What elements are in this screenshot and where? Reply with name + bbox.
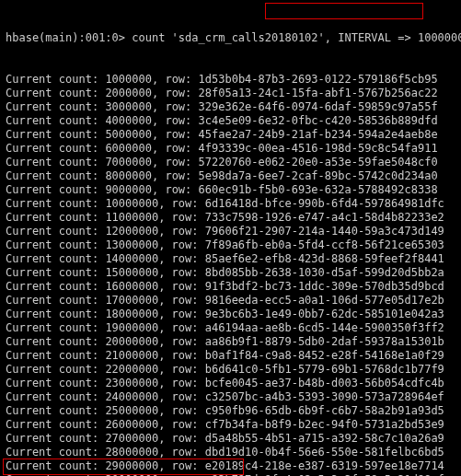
- current-count-label: Current count:: [6, 211, 105, 224]
- row-value: 4f93339c-00ea-4516-198d-59c8c54fa911: [199, 142, 438, 155]
- count-line: Current count: 22000000, row: b6d641c0-5…: [6, 363, 455, 377]
- count-line: Current count: 25000000, row: c950fb96-6…: [6, 404, 455, 418]
- count-value: 7000000: [105, 156, 152, 168]
- row-value: 3c4e5e09-6e32-0fbc-c420-58536b889dfd: [199, 114, 438, 127]
- row-label: , row:: [158, 211, 205, 224]
- current-count-label: Current count:: [6, 156, 105, 168]
- row-label: , row:: [158, 308, 205, 320]
- count-value: 10000000: [105, 197, 158, 210]
- current-count-label: Current count:: [6, 335, 105, 348]
- row-value: 6d16418d-bfce-990b-6fd4-597864981dfc: [205, 197, 444, 210]
- row-label: , row:: [158, 446, 205, 459]
- row-label: , row:: [158, 280, 205, 293]
- count-line: Current count: 13000000, row: 7f89a6fb-e…: [6, 238, 455, 252]
- count-line: Current count: 9000000, row: 660ec91b-f5…: [6, 183, 455, 197]
- count-line: Current count: 15000000, row: 8bd085bb-2…: [6, 266, 455, 280]
- current-count-label: Current count:: [6, 280, 105, 293]
- count-value: 15000000: [105, 266, 158, 279]
- row-value: 79606f21-2907-214a-1440-59a3c473d149: [205, 225, 444, 238]
- row-label: , row:: [158, 390, 205, 403]
- count-lines-block: Current count: 1000000, row: 1d53b0b4-87…: [6, 73, 455, 476]
- row-value: 8bd085bb-2638-1030-d5af-599d20d5bb2a: [205, 266, 444, 279]
- count-line: Current count: 20000000, row: aa86b9f1-8…: [6, 335, 455, 349]
- row-label: , row:: [158, 252, 205, 265]
- row-value: 1d53b0b4-87b3-2693-0122-579186f5cb95: [199, 73, 438, 86]
- row-label: , row:: [152, 128, 199, 141]
- count-line: Current count: 4000000, row: 3c4e5e09-6e…: [6, 114, 455, 128]
- row-value: c950fb96-65db-6b9f-c6b7-58a2b91a93d5: [205, 404, 444, 417]
- count-value: 5000000: [105, 128, 152, 141]
- current-count-label: Current count:: [6, 266, 105, 279]
- count-line: Current count: 17000000, row: 9816eeda-e…: [6, 294, 455, 308]
- count-line: Current count: 24000000, row: c32507bc-a…: [6, 390, 455, 404]
- count-value: 4000000: [105, 114, 152, 127]
- row-value: d5a48b55-4b51-a715-a392-58c7c10a26a9: [205, 432, 444, 445]
- row-label: , row:: [158, 404, 205, 417]
- count-line: Current count: 18000000, row: 9e3bc6b3-1…: [6, 308, 455, 321]
- row-value: 733c7598-1926-e747-a4c1-58d4b82233e2: [205, 211, 444, 224]
- row-value: 85aef6e2-efb8-423d-8868-59feef2f8441: [205, 252, 444, 265]
- count-value: 20000000: [105, 335, 158, 348]
- row-value: b6d641c0-5fb1-5779-69b1-5768dc1b77f9: [205, 363, 444, 376]
- row-label: , row:: [158, 349, 205, 362]
- row-label: , row:: [152, 100, 199, 113]
- count-line: Current count: 26000000, row: cf7b34fa-b…: [6, 418, 455, 432]
- count-value: 14000000: [105, 252, 158, 265]
- row-value: aa86b9f1-8879-5db0-2daf-59378a15301b: [205, 335, 444, 348]
- current-count-label: Current count:: [6, 169, 105, 182]
- count-line: Current count: 21000000, row: b0af1f84-c…: [6, 349, 455, 363]
- count-line: Current count: 6000000, row: 4f93339c-00…: [6, 142, 455, 156]
- count-value: 19000000: [105, 321, 158, 334]
- count-value: 21000000: [105, 349, 158, 362]
- count-value: 29000000: [105, 459, 158, 472]
- count-line: Current count: 16000000, row: 91f3bdf2-b…: [6, 280, 455, 294]
- row-value: bcfe0045-ae37-b48b-d003-56b054cdfc4b: [205, 377, 444, 389]
- row-label: , row:: [152, 114, 199, 127]
- count-line: Current count: 28000000, row: dbd19d10-0…: [6, 446, 455, 459]
- current-count-label: Current count:: [6, 321, 105, 334]
- count-line: Current count: 19000000, row: a46194aa-a…: [6, 321, 455, 335]
- row-label: , row:: [158, 238, 205, 251]
- count-value: 9000000: [105, 183, 152, 196]
- count-value: 28000000: [105, 446, 158, 459]
- row-label: , row:: [152, 183, 199, 196]
- row-value: 660ec91b-f5b0-693e-632a-5788492c8338: [199, 183, 438, 196]
- count-value: 1000000: [105, 73, 152, 86]
- count-value: 6000000: [105, 142, 152, 155]
- count-line: Current count: 8000000, row: 5e98da7a-6e…: [6, 169, 455, 183]
- row-label: , row:: [158, 418, 205, 431]
- count-line: Current count: 3000000, row: 329e362e-64…: [6, 100, 455, 114]
- row-label: , row:: [158, 377, 205, 389]
- current-count-label: Current count:: [6, 252, 105, 265]
- count-value: 24000000: [105, 390, 158, 403]
- terminal-output: hbase(main):001:0> count 'sda_crm_calls2…: [0, 0, 461, 476]
- current-count-label: Current count:: [6, 225, 105, 238]
- count-value: 8000000: [105, 169, 152, 182]
- current-count-label: Current count:: [6, 390, 105, 403]
- count-value: 2000000: [105, 87, 152, 99]
- count-value: 12000000: [105, 225, 158, 238]
- count-value: 25000000: [105, 404, 158, 417]
- row-label: , row:: [152, 87, 199, 99]
- count-value: 16000000: [105, 280, 158, 293]
- row-label: , row:: [158, 335, 205, 348]
- current-count-label: Current count:: [6, 114, 105, 127]
- count-line: Current count: 29000000, row: e20189c4-2…: [6, 459, 455, 473]
- row-value: 7f89a6fb-eb0a-5fd4-ccf8-56f21ce65303: [205, 238, 444, 251]
- current-count-label: Current count:: [6, 349, 105, 362]
- row-value: 57220760-e062-20e0-a53e-59fae5048cf0: [199, 156, 438, 168]
- row-value: 5e98da7a-6ee7-2caf-89bc-5742c0d234a0: [199, 169, 438, 182]
- row-value: 9e3bc6b3-1e49-0bb7-62dc-585101e042a3: [205, 308, 444, 320]
- count-line: Current count: 7000000, row: 57220760-e0…: [6, 156, 455, 169]
- row-value: dbd19d10-0b4f-56e6-550e-581felbc6bd5: [205, 446, 444, 459]
- count-line: Current count: 11000000, row: 733c7598-1…: [6, 211, 455, 225]
- current-count-label: Current count:: [6, 238, 105, 251]
- count-value: 23000000: [105, 377, 158, 389]
- row-value: 329e362e-64f6-0974-6daf-59859c97a55f: [199, 100, 438, 113]
- row-value: 28f05a13-24c1-15fa-abf1-5767b256ac22: [199, 87, 438, 99]
- current-count-label: Current count:: [6, 459, 105, 472]
- count-value: 18000000: [105, 308, 158, 320]
- current-count-label: Current count:: [6, 87, 105, 99]
- count-value: 17000000: [105, 294, 158, 307]
- row-value: b0af1f84-c9a8-8452-e28f-54168e1a0f29: [205, 349, 444, 362]
